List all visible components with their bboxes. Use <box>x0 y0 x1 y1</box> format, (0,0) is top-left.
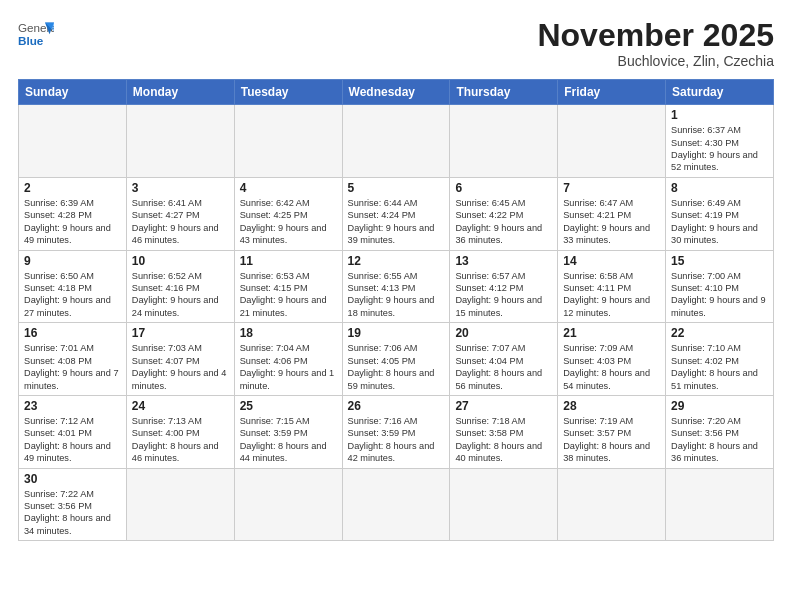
day-number: 22 <box>671 326 768 340</box>
day-number: 29 <box>671 399 768 413</box>
calendar-cell: 2Sunrise: 6:39 AM Sunset: 4:28 PM Daylig… <box>19 177 127 250</box>
page: General Blue November 2025 Buchlovice, Z… <box>0 0 792 612</box>
day-info: Sunrise: 7:06 AM Sunset: 4:05 PM Dayligh… <box>348 342 445 392</box>
day-info: Sunrise: 6:42 AM Sunset: 4:25 PM Dayligh… <box>240 197 337 247</box>
day-info: Sunrise: 6:55 AM Sunset: 4:13 PM Dayligh… <box>348 270 445 320</box>
logo: General Blue <box>18 18 54 54</box>
day-info: Sunrise: 7:00 AM Sunset: 4:10 PM Dayligh… <box>671 270 768 320</box>
calendar-week-4: 16Sunrise: 7:01 AM Sunset: 4:08 PM Dayli… <box>19 323 774 396</box>
calendar-header-row: Sunday Monday Tuesday Wednesday Thursday… <box>19 80 774 105</box>
calendar-cell: 27Sunrise: 7:18 AM Sunset: 3:58 PM Dayli… <box>450 395 558 468</box>
day-number: 28 <box>563 399 660 413</box>
calendar-cell <box>342 105 450 178</box>
month-title: November 2025 <box>537 18 774 53</box>
calendar-cell <box>558 105 666 178</box>
calendar-cell: 18Sunrise: 7:04 AM Sunset: 4:06 PM Dayli… <box>234 323 342 396</box>
day-number: 19 <box>348 326 445 340</box>
day-info: Sunrise: 7:10 AM Sunset: 4:02 PM Dayligh… <box>671 342 768 392</box>
day-number: 24 <box>132 399 229 413</box>
calendar-cell: 8Sunrise: 6:49 AM Sunset: 4:19 PM Daylig… <box>666 177 774 250</box>
day-info: Sunrise: 6:52 AM Sunset: 4:16 PM Dayligh… <box>132 270 229 320</box>
day-number: 23 <box>24 399 121 413</box>
col-sunday: Sunday <box>19 80 127 105</box>
calendar-cell: 3Sunrise: 6:41 AM Sunset: 4:27 PM Daylig… <box>126 177 234 250</box>
calendar-week-3: 9Sunrise: 6:50 AM Sunset: 4:18 PM Daylig… <box>19 250 774 323</box>
svg-text:Blue: Blue <box>18 34 44 47</box>
calendar-cell: 5Sunrise: 6:44 AM Sunset: 4:24 PM Daylig… <box>342 177 450 250</box>
day-info: Sunrise: 6:50 AM Sunset: 4:18 PM Dayligh… <box>24 270 121 320</box>
day-number: 16 <box>24 326 121 340</box>
calendar-cell: 19Sunrise: 7:06 AM Sunset: 4:05 PM Dayli… <box>342 323 450 396</box>
day-number: 25 <box>240 399 337 413</box>
calendar-cell <box>450 468 558 541</box>
day-info: Sunrise: 6:57 AM Sunset: 4:12 PM Dayligh… <box>455 270 552 320</box>
day-number: 27 <box>455 399 552 413</box>
day-info: Sunrise: 7:22 AM Sunset: 3:56 PM Dayligh… <box>24 488 121 538</box>
calendar-cell: 12Sunrise: 6:55 AM Sunset: 4:13 PM Dayli… <box>342 250 450 323</box>
day-number: 10 <box>132 254 229 268</box>
calendar-cell: 29Sunrise: 7:20 AM Sunset: 3:56 PM Dayli… <box>666 395 774 468</box>
day-info: Sunrise: 7:16 AM Sunset: 3:59 PM Dayligh… <box>348 415 445 465</box>
day-number: 14 <box>563 254 660 268</box>
calendar-cell: 10Sunrise: 6:52 AM Sunset: 4:16 PM Dayli… <box>126 250 234 323</box>
calendar-cell <box>126 468 234 541</box>
calendar-week-6: 30Sunrise: 7:22 AM Sunset: 3:56 PM Dayli… <box>19 468 774 541</box>
day-info: Sunrise: 7:04 AM Sunset: 4:06 PM Dayligh… <box>240 342 337 392</box>
calendar-cell: 26Sunrise: 7:16 AM Sunset: 3:59 PM Dayli… <box>342 395 450 468</box>
day-number: 6 <box>455 181 552 195</box>
day-number: 13 <box>455 254 552 268</box>
day-number: 17 <box>132 326 229 340</box>
day-info: Sunrise: 7:01 AM Sunset: 4:08 PM Dayligh… <box>24 342 121 392</box>
col-saturday: Saturday <box>666 80 774 105</box>
calendar-cell: 22Sunrise: 7:10 AM Sunset: 4:02 PM Dayli… <box>666 323 774 396</box>
day-number: 12 <box>348 254 445 268</box>
calendar-cell: 15Sunrise: 7:00 AM Sunset: 4:10 PM Dayli… <box>666 250 774 323</box>
calendar-cell: 16Sunrise: 7:01 AM Sunset: 4:08 PM Dayli… <box>19 323 127 396</box>
day-number: 2 <box>24 181 121 195</box>
calendar-cell: 25Sunrise: 7:15 AM Sunset: 3:59 PM Dayli… <box>234 395 342 468</box>
col-friday: Friday <box>558 80 666 105</box>
col-thursday: Thursday <box>450 80 558 105</box>
day-number: 9 <box>24 254 121 268</box>
header: General Blue November 2025 Buchlovice, Z… <box>18 18 774 69</box>
calendar-cell: 11Sunrise: 6:53 AM Sunset: 4:15 PM Dayli… <box>234 250 342 323</box>
calendar-cell <box>450 105 558 178</box>
day-number: 5 <box>348 181 445 195</box>
calendar-cell: 21Sunrise: 7:09 AM Sunset: 4:03 PM Dayli… <box>558 323 666 396</box>
location: Buchlovice, Zlin, Czechia <box>537 53 774 69</box>
calendar-cell <box>558 468 666 541</box>
day-number: 8 <box>671 181 768 195</box>
day-info: Sunrise: 6:39 AM Sunset: 4:28 PM Dayligh… <box>24 197 121 247</box>
day-number: 7 <box>563 181 660 195</box>
calendar-cell <box>666 468 774 541</box>
calendar-cell <box>234 105 342 178</box>
day-number: 21 <box>563 326 660 340</box>
day-number: 4 <box>240 181 337 195</box>
col-monday: Monday <box>126 80 234 105</box>
calendar: Sunday Monday Tuesday Wednesday Thursday… <box>18 79 774 541</box>
calendar-cell: 14Sunrise: 6:58 AM Sunset: 4:11 PM Dayli… <box>558 250 666 323</box>
calendar-week-1: 1Sunrise: 6:37 AM Sunset: 4:30 PM Daylig… <box>19 105 774 178</box>
calendar-cell: 17Sunrise: 7:03 AM Sunset: 4:07 PM Dayli… <box>126 323 234 396</box>
day-number: 26 <box>348 399 445 413</box>
calendar-cell: 20Sunrise: 7:07 AM Sunset: 4:04 PM Dayli… <box>450 323 558 396</box>
day-info: Sunrise: 7:09 AM Sunset: 4:03 PM Dayligh… <box>563 342 660 392</box>
day-number: 3 <box>132 181 229 195</box>
calendar-cell: 28Sunrise: 7:19 AM Sunset: 3:57 PM Dayli… <box>558 395 666 468</box>
calendar-cell: 1Sunrise: 6:37 AM Sunset: 4:30 PM Daylig… <box>666 105 774 178</box>
day-info: Sunrise: 6:47 AM Sunset: 4:21 PM Dayligh… <box>563 197 660 247</box>
day-info: Sunrise: 7:20 AM Sunset: 3:56 PM Dayligh… <box>671 415 768 465</box>
day-info: Sunrise: 6:44 AM Sunset: 4:24 PM Dayligh… <box>348 197 445 247</box>
calendar-cell: 13Sunrise: 6:57 AM Sunset: 4:12 PM Dayli… <box>450 250 558 323</box>
calendar-week-5: 23Sunrise: 7:12 AM Sunset: 4:01 PM Dayli… <box>19 395 774 468</box>
day-number: 20 <box>455 326 552 340</box>
calendar-cell: 9Sunrise: 6:50 AM Sunset: 4:18 PM Daylig… <box>19 250 127 323</box>
col-tuesday: Tuesday <box>234 80 342 105</box>
calendar-cell <box>234 468 342 541</box>
logo-icon: General Blue <box>18 18 54 54</box>
calendar-cell <box>19 105 127 178</box>
calendar-cell: 6Sunrise: 6:45 AM Sunset: 4:22 PM Daylig… <box>450 177 558 250</box>
day-info: Sunrise: 6:45 AM Sunset: 4:22 PM Dayligh… <box>455 197 552 247</box>
calendar-cell: 30Sunrise: 7:22 AM Sunset: 3:56 PM Dayli… <box>19 468 127 541</box>
day-info: Sunrise: 6:53 AM Sunset: 4:15 PM Dayligh… <box>240 270 337 320</box>
